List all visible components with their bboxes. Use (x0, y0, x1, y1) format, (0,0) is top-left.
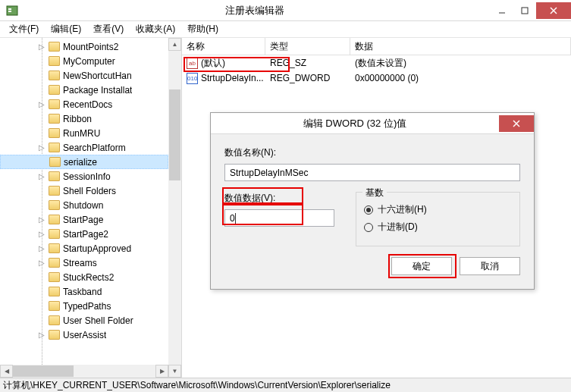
value-data: (数值未设置) (350, 56, 571, 71)
scroll-right-icon[interactable]: ▶ (155, 365, 168, 378)
tree-item[interactable]: ▷StartPage2 (0, 227, 168, 241)
leaf-icon (38, 187, 45, 195)
folder-icon (49, 315, 60, 325)
tree-item[interactable]: ▷RecentDocs (0, 97, 168, 111)
menu-favorites[interactable]: 收藏夹(A) (130, 21, 181, 37)
app-icon (6, 5, 18, 17)
folder-icon (49, 157, 61, 167)
tree-item[interactable]: MyComputer (0, 54, 168, 68)
tree-label: User Shell Folder (63, 315, 133, 326)
expand-icon[interactable]: ▷ (38, 245, 45, 252)
tree-item[interactable]: serialize (0, 155, 168, 169)
tree-label: SearchPlatform (63, 143, 126, 153)
tree-item[interactable]: Package Installat (0, 83, 168, 97)
cancel-button[interactable]: 取消 (460, 257, 520, 275)
leaf-icon (38, 202, 45, 209)
expand-icon[interactable]: ▷ (38, 216, 45, 224)
tree-item[interactable]: ▷StartPage (0, 212, 168, 227)
dialog-close-button[interactable] (499, 115, 534, 132)
menu-view[interactable]: 查看(V) (87, 21, 130, 37)
tree-vscrollbar[interactable]: ▲ ▼ (168, 38, 181, 378)
tree-item[interactable]: NewShortcutHan (0, 68, 168, 83)
expand-icon[interactable]: ▷ (38, 331, 45, 339)
tree-hscrollbar[interactable]: ◀ ▶ (0, 365, 168, 378)
maximize-button[interactable] (513, 2, 536, 19)
menu-edit[interactable]: 编辑(E) (45, 21, 87, 37)
tree-item[interactable]: User Shell Folder (0, 313, 168, 328)
col-name[interactable]: 名称 (182, 38, 265, 55)
close-button[interactable] (536, 2, 571, 19)
tree-item[interactable]: Taskband (0, 284, 168, 299)
folder-icon (49, 301, 60, 311)
list-row[interactable]: ab(默认)REG_SZ(数值未设置) (182, 55, 571, 71)
folder-icon (49, 215, 60, 224)
base-fieldset: 基数 十六进制(H) 十进制(D) (356, 192, 520, 246)
svg-rect-4 (522, 8, 528, 14)
tree-item[interactable]: RunMRU (0, 126, 168, 140)
scroll-thumb-h[interactable] (13, 365, 74, 377)
tree-item[interactable]: ▷MountPoints2 (0, 39, 168, 54)
window-title: 注册表编辑器 (18, 4, 491, 17)
tree-item[interactable]: ▷UserAssist (0, 328, 168, 342)
tree-panel: ▷MountPoints2MyComputerNewShortcutHanPac… (0, 38, 182, 378)
dialog-titlebar[interactable]: 编辑 DWORD (32 位)值 (211, 113, 534, 134)
window-titlebar: 注册表编辑器 (0, 0, 571, 21)
list-row[interactable]: 010StrtupDelayIn...REG_DWORD0x00000000 (… (182, 71, 571, 86)
value-name-input[interactable] (224, 164, 520, 181)
minimize-button[interactable] (491, 2, 513, 19)
tree-label: StartPage2 (63, 229, 108, 240)
tree-item[interactable]: ▷SearchPlatform (0, 140, 168, 155)
value-icon: ab (187, 58, 198, 69)
tree-item[interactable]: StuckRects2 (0, 270, 168, 284)
folder-icon (49, 229, 60, 239)
leaf-icon (38, 130, 45, 137)
tree-label: serialize (64, 157, 97, 168)
tree-label: Shutdown (63, 200, 103, 211)
tree-label: MountPoints2 (63, 42, 118, 52)
menu-file[interactable]: 文件(F) (3, 21, 45, 37)
value-data-input[interactable]: 0 (224, 209, 334, 227)
tree-label: UserAssist (63, 330, 106, 340)
leaf-icon (38, 288, 45, 296)
scroll-down-icon[interactable]: ▼ (168, 365, 181, 378)
folder-icon (49, 99, 60, 109)
dialog-title: 编辑 DWORD (32 位)值 (211, 117, 499, 130)
tree-label: NewShortcutHan (63, 71, 132, 81)
tree-label: Ribbon (63, 114, 92, 124)
tree-item[interactable]: Ribbon (0, 111, 168, 126)
expand-icon[interactable]: ▷ (38, 230, 45, 238)
leaf-icon (38, 274, 45, 281)
folder-icon (49, 186, 60, 196)
col-type[interactable]: 类型 (265, 38, 350, 55)
ok-button[interactable]: 确定 (391, 257, 452, 275)
folder-icon (49, 71, 60, 80)
tree-label: Package Installat (63, 85, 132, 96)
expand-icon[interactable]: ▷ (38, 43, 45, 51)
tree-item[interactable]: TypedPaths (0, 299, 168, 313)
value-type: REG_DWORD (265, 72, 350, 84)
tree-item[interactable]: ▷StartupApproved (0, 241, 168, 256)
value-name: (默认) (201, 57, 225, 70)
dialog-edit-dword: 编辑 DWORD (32 位)值 数值名称(N): 数值数据(V): 0 基数 (210, 112, 535, 290)
tree-item[interactable]: ▷SessionInfo (0, 169, 168, 183)
folder-icon (49, 243, 60, 253)
value-name: StrtupDelayIn... (201, 73, 264, 83)
tree-item[interactable]: ▷Streams (0, 256, 168, 270)
expand-icon[interactable]: ▷ (38, 173, 45, 180)
col-data[interactable]: 数据 (350, 38, 571, 55)
expand-icon[interactable]: ▷ (38, 101, 45, 108)
folder-icon (49, 143, 60, 152)
scroll-up-icon[interactable]: ▲ (168, 38, 181, 51)
radio-hex[interactable]: 十六进制(H) (364, 203, 512, 216)
tree-label: Shell Folders (63, 186, 116, 196)
menu-help[interactable]: 帮助(H) (181, 21, 224, 37)
radio-dec[interactable]: 十进制(D) (364, 221, 512, 234)
tree-item[interactable]: Shell Folders (0, 183, 168, 198)
expand-icon[interactable]: ▷ (38, 259, 45, 267)
tree-item[interactable]: Shutdown (0, 198, 168, 212)
leaf-icon (38, 115, 45, 123)
scroll-thumb[interactable] (169, 89, 180, 180)
expand-icon[interactable]: ▷ (38, 144, 45, 152)
scroll-left-icon[interactable]: ◀ (0, 365, 13, 378)
radio-hex-label: 十六进制(H) (378, 203, 427, 216)
